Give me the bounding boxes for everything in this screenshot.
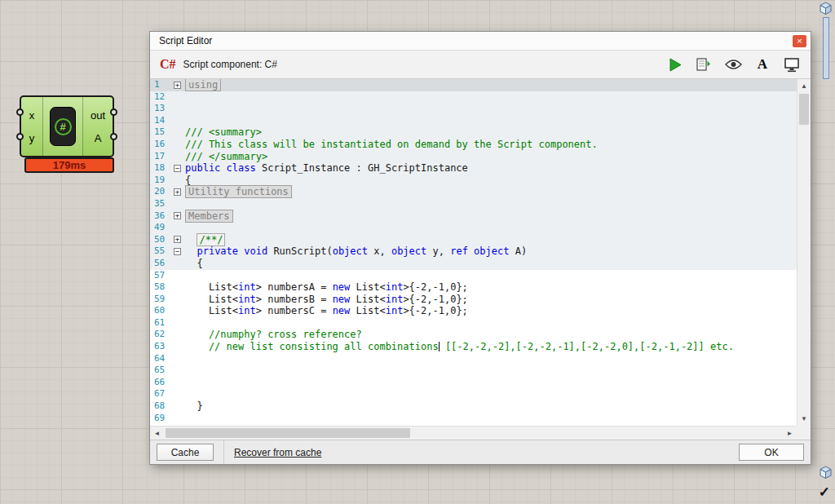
code-line[interactable]: 49: [150, 222, 797, 234]
line-number: 16: [150, 139, 171, 151]
fold-gutter: [171, 341, 185, 353]
fold-gutter: [171, 294, 185, 306]
code-line[interactable]: 17/// </summary>: [150, 151, 797, 163]
code-line[interactable]: 35: [150, 198, 797, 210]
horizontal-scroll-track[interactable]: [164, 427, 783, 440]
horizontal-scrollbar[interactable]: ◄ ►: [150, 426, 797, 440]
fold-expanded-icon[interactable]: −: [174, 165, 181, 172]
insert-code-icon[interactable]: [695, 55, 713, 73]
fold-collapsed-icon[interactable]: +: [174, 82, 181, 89]
code-line[interactable]: 14: [150, 115, 797, 127]
code-line[interactable]: 20+Utility functions: [150, 186, 797, 198]
code-editor[interactable]: 1+using12131415/// <summary>16/// This c…: [150, 79, 811, 426]
line-number: 49: [150, 222, 171, 234]
fold-gutter: [171, 329, 185, 341]
code-line[interactable]: 65: [150, 365, 797, 377]
fold-gutter: +: [171, 210, 185, 223]
component-body[interactable]: #: [42, 97, 83, 156]
component-label: Script component: C#: [183, 59, 277, 70]
component-inputs: x y: [21, 97, 42, 156]
code-text: [185, 377, 797, 389]
input-param-y[interactable]: y: [29, 132, 35, 144]
code-line[interactable]: 62 //numphy? cross reference?: [150, 329, 797, 341]
output-grip-out[interactable]: [110, 108, 117, 116]
fold-collapsed-icon[interactable]: +: [174, 236, 181, 243]
output-param-a[interactable]: A: [95, 132, 102, 144]
line-number: 67: [150, 388, 171, 400]
horizontal-scroll-thumb[interactable]: [166, 428, 410, 438]
view-cube-icon[interactable]: [819, 2, 833, 19]
scroll-right-icon[interactable]: ►: [783, 427, 797, 440]
vertical-scroll-track[interactable]: [797, 93, 811, 412]
dialog-titlebar[interactable]: Script Editor ×: [150, 32, 811, 51]
fold-gutter: [171, 365, 185, 377]
fold-gutter: [171, 281, 185, 294]
panel-edge-strip[interactable]: [823, 17, 829, 79]
code-line[interactable]: 66: [150, 377, 797, 389]
fold-expanded-icon[interactable]: −: [174, 248, 181, 255]
code-line[interactable]: 13: [150, 103, 797, 115]
run-play-icon[interactable]: [665, 55, 683, 73]
code-text: [185, 270, 797, 282]
code-line[interactable]: 55− private void RunScript(object x, obj…: [150, 245, 797, 258]
view-cube-icon-bottom[interactable]: [819, 466, 833, 483]
code-text: Utility functions: [185, 186, 797, 198]
checkmark-icon[interactable]: ✓: [819, 484, 830, 501]
scroll-up-icon[interactable]: ▲: [797, 79, 811, 93]
code-line[interactable]: 56 {: [150, 258, 797, 270]
line-number: 65: [150, 365, 171, 377]
line-number: 64: [150, 353, 171, 365]
code-text: {: [185, 175, 797, 187]
code-line[interactable]: 64: [150, 353, 797, 365]
line-number: 62: [150, 329, 171, 341]
font-icon[interactable]: A: [753, 55, 771, 73]
fold-gutter: [171, 305, 185, 317]
preview-eye-icon[interactable]: [724, 55, 742, 73]
fold-gutter: [171, 258, 185, 270]
screen: { "colors": { "canvas_bg": "#d6d2cb", "c…: [0, 0, 835, 504]
code-line[interactable]: 57: [150, 270, 797, 282]
code-line[interactable]: 60 List<int> numbersC = new List<int>{-2…: [150, 305, 797, 317]
line-number: 19: [150, 175, 171, 187]
input-grip-y[interactable]: [16, 133, 24, 140]
code-line[interactable]: 19{: [150, 175, 797, 187]
code-line[interactable]: 63 // new list consisting all combinatio…: [150, 341, 797, 353]
fold-collapsed-icon[interactable]: +: [174, 212, 181, 219]
fold-gutter: [171, 91, 185, 104]
code-text: List<int> numbersA = new List<int>{-2,-1…: [185, 281, 797, 294]
recover-from-cache-link[interactable]: Recover from cache: [234, 447, 321, 458]
monitor-icon[interactable]: [783, 55, 801, 73]
code-line[interactable]: 61: [150, 317, 797, 329]
code-line[interactable]: 68 }: [150, 400, 797, 413]
scroll-down-icon[interactable]: ▼: [797, 412, 811, 426]
code-line[interactable]: 58 List<int> numbersA = new List<int>{-2…: [150, 281, 797, 294]
csharp-language-icon: C#: [160, 58, 176, 71]
input-param-x[interactable]: x: [29, 109, 35, 122]
code-line[interactable]: 59 List<int> numbersB = new List<int>{-2…: [150, 294, 797, 306]
dialog-title: Script Editor: [159, 35, 212, 46]
fold-gutter: [171, 175, 185, 187]
input-grip-x[interactable]: [16, 108, 24, 116]
scroll-left-icon[interactable]: ◄: [150, 427, 164, 440]
code-line[interactable]: 67: [150, 388, 797, 400]
code-line[interactable]: 15/// <summary>: [150, 126, 797, 139]
line-number: 68: [150, 400, 171, 413]
code-line[interactable]: 18−public class Script_Instance : GH_Scr…: [150, 162, 797, 175]
output-param-out[interactable]: out: [91, 109, 105, 122]
fold-collapsed-icon[interactable]: +: [174, 188, 181, 196]
csharp-script-component[interactable]: x y # out A: [20, 95, 114, 157]
code-line[interactable]: 12: [150, 91, 797, 104]
close-button[interactable]: ×: [793, 35, 806, 47]
vertical-scroll-thumb[interactable]: [799, 94, 809, 125]
vertical-scrollbar[interactable]: ▲ ▼: [797, 79, 811, 426]
output-grip-a[interactable]: [110, 133, 117, 140]
code-line[interactable]: 36+Members: [150, 210, 797, 223]
cache-button[interactable]: Cache: [157, 444, 214, 461]
code-line[interactable]: 16/// This class will be instantiated on…: [150, 139, 797, 151]
code-line[interactable]: 69: [150, 413, 797, 425]
fold-gutter: −: [171, 162, 185, 175]
code-line[interactable]: 1+using: [150, 79, 797, 91]
ok-button[interactable]: OK: [739, 444, 804, 461]
code-line[interactable]: 50+ /**/: [150, 234, 797, 246]
code-text: // new list consisting all combinations …: [185, 341, 797, 353]
